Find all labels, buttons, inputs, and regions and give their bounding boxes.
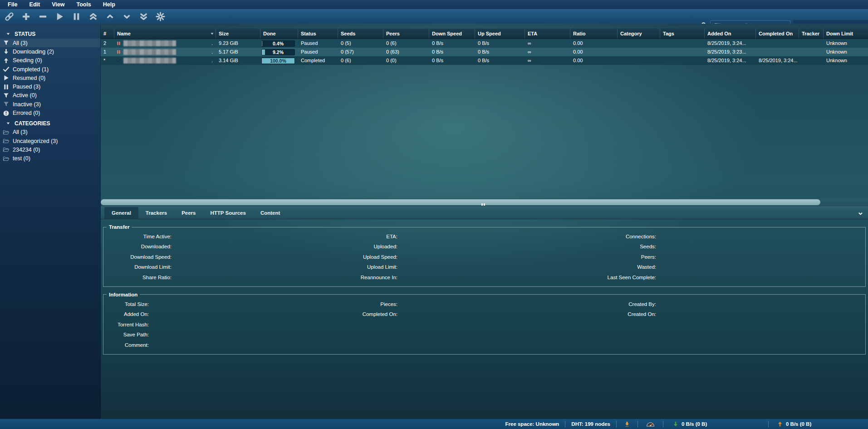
column-header-ratio[interactable]: Ratio bbox=[570, 29, 618, 39]
funnel-icon bbox=[3, 92, 10, 99]
alt-speed-toggle[interactable] bbox=[638, 420, 663, 429]
column-header-status[interactable]: Status bbox=[298, 29, 338, 39]
tab-content[interactable]: Content bbox=[253, 207, 287, 219]
information-field-label bbox=[307, 320, 397, 330]
column-header-down-limit[interactable]: Down Limit bbox=[824, 29, 868, 39]
qbittorrent-webui: FileEditViewToolsHelp Transfers Search S… bbox=[0, 0, 868, 429]
decrease-priority-button[interactable] bbox=[121, 10, 132, 22]
status-item-downloading[interactable]: Downloading (2) bbox=[0, 47, 100, 56]
tab-general[interactable]: General bbox=[104, 207, 138, 219]
information-field-label bbox=[565, 340, 656, 350]
category-item-uncategorized[interactable]: Uncategorized (3) bbox=[0, 137, 100, 145]
status-item-paused[interactable]: Paused (3) bbox=[0, 82, 100, 91]
status-item-seeding[interactable]: Seeding (0) bbox=[0, 56, 100, 65]
transfer-field-value bbox=[397, 242, 565, 251]
category-item-all[interactable]: All (3) bbox=[0, 128, 100, 137]
menu-item-tools[interactable]: Tools bbox=[70, 0, 97, 9]
category-item-test[interactable]: test (0) bbox=[0, 154, 100, 163]
column-header-label: Down Limit bbox=[826, 31, 853, 36]
tab-http-sources[interactable]: HTTP Sources bbox=[203, 207, 253, 219]
cell-size: 9.23 GiB bbox=[216, 39, 260, 48]
chevron-down-icon[interactable] bbox=[858, 211, 863, 217]
transfer-field-value bbox=[397, 252, 565, 262]
column-header-label: Category bbox=[620, 31, 642, 36]
gear-icon bbox=[156, 12, 165, 21]
bottom-priority-button[interactable] bbox=[137, 10, 149, 22]
column-header-peers[interactable]: Peers bbox=[383, 29, 429, 39]
free-space: Free space: Unknown bbox=[499, 421, 565, 427]
column-header-done[interactable]: Done bbox=[260, 29, 298, 39]
global-download-speed[interactable]: 0 B/s (0 B) bbox=[663, 421, 768, 427]
menu-item-help[interactable]: Help bbox=[97, 0, 121, 9]
status-section-header[interactable]: STATUS bbox=[0, 30, 100, 39]
categories-section-header[interactable]: CATEGORIES bbox=[0, 119, 100, 128]
column-header-tracker[interactable]: Tracker bbox=[799, 29, 824, 39]
torrent-row[interactable]: *.3.14 GiB100.0%Completed0 (6)0 (0)0 B/s… bbox=[101, 56, 868, 65]
column-header-tags[interactable]: Tags bbox=[660, 29, 705, 39]
pause-torrent-button[interactable] bbox=[70, 10, 82, 22]
torrent-table-header: #NameSizeDoneStatusSeedsPeersDown SpeedU… bbox=[101, 29, 868, 39]
delete-torrent-button[interactable] bbox=[37, 10, 49, 22]
cell-down-speed: 0 B/s bbox=[429, 48, 475, 56]
transfer-field-value bbox=[397, 272, 565, 282]
resume-torrent-button[interactable] bbox=[54, 10, 65, 22]
torrent-row[interactable]: 2.9.23 GiB0.4%Paused0 (5)0 (6)0 B/s0 B/s… bbox=[101, 39, 868, 48]
tab-peers[interactable]: Peers bbox=[174, 207, 203, 219]
status-item-inactive[interactable]: Inactive (3) bbox=[0, 100, 100, 108]
column-header-down-speed[interactable]: Down Speed bbox=[429, 29, 475, 39]
sidebar-item-label: Paused (3) bbox=[13, 84, 40, 90]
column-header-eta[interactable]: ETA bbox=[525, 29, 570, 39]
folder-icon bbox=[3, 129, 10, 136]
global-upload-speed[interactable]: 0 B/s (0 B) bbox=[769, 421, 829, 427]
progress-bar: 100.0% bbox=[261, 58, 295, 64]
pause-icon bbox=[72, 12, 81, 21]
status-item-all[interactable]: All (3) bbox=[0, 39, 100, 47]
cell-size: 5.17 GiB bbox=[216, 48, 260, 56]
information-field-value bbox=[397, 320, 565, 330]
add-torrent-file-button[interactable] bbox=[20, 10, 32, 22]
column-header-up-speed[interactable]: Up Speed bbox=[475, 29, 525, 39]
splitter-grip[interactable] bbox=[481, 203, 485, 206]
menu-item-view[interactable]: View bbox=[46, 0, 70, 9]
status-item-active[interactable]: Active (0) bbox=[0, 91, 100, 100]
transfer-field-value bbox=[172, 232, 307, 242]
column-header-category[interactable]: Category bbox=[618, 29, 660, 39]
status-item-resumed[interactable]: Resumed (0) bbox=[0, 74, 100, 82]
status-item-errored[interactable]: Errored (0) bbox=[0, 108, 100, 117]
increase-priority-button[interactable] bbox=[104, 10, 116, 22]
cell-ratio: 0.00 bbox=[570, 48, 618, 56]
information-field-label: Completed On: bbox=[307, 309, 397, 319]
column-header-name[interactable]: Name bbox=[114, 29, 216, 39]
column-header-number[interactable]: # bbox=[101, 29, 114, 39]
column-header-seeds[interactable]: Seeds bbox=[338, 29, 383, 39]
progress-text: 9.2% bbox=[262, 49, 294, 55]
column-header-size[interactable]: Size bbox=[216, 29, 260, 39]
transfer-field-value bbox=[172, 242, 307, 251]
menu-item-edit[interactable]: Edit bbox=[24, 0, 46, 9]
cell-category bbox=[618, 39, 660, 48]
torrent-name-cell: . bbox=[114, 39, 216, 48]
cell-down-limit: Unknown bbox=[824, 56, 868, 65]
cell-peers: 0 (6) bbox=[383, 39, 429, 48]
top-priority-button[interactable] bbox=[87, 10, 99, 22]
information-legend: Information bbox=[107, 292, 140, 297]
progress-text: 0.4% bbox=[262, 41, 294, 46]
add-torrent-link-button[interactable] bbox=[3, 10, 15, 22]
transfer-field-value bbox=[172, 262, 307, 272]
status-item-completed[interactable]: Completed (1) bbox=[0, 65, 100, 74]
information-field-label: Created On: bbox=[565, 309, 656, 319]
menu-item-file[interactable]: File bbox=[2, 0, 24, 9]
cell-category bbox=[618, 56, 660, 65]
cell-eta: ∞ bbox=[525, 39, 570, 48]
cell-ratio: 0.00 bbox=[570, 39, 618, 48]
category-item-234234[interactable]: 234234 (0) bbox=[0, 145, 100, 154]
column-header-completed-on[interactable]: Completed On bbox=[756, 29, 799, 39]
chevron-down-icon bbox=[122, 12, 132, 21]
category-list: All (3)Uncategorized (3)234234 (0)test (… bbox=[0, 128, 100, 163]
scrollbar-thumb[interactable] bbox=[101, 199, 820, 205]
torrent-row[interactable]: 1.5.17 GiB9.2%Paused0 (57)0 (63)0 B/s0 B… bbox=[101, 48, 868, 56]
options-button[interactable] bbox=[154, 10, 166, 22]
information-field-value bbox=[656, 340, 865, 350]
tab-trackers[interactable]: Trackers bbox=[138, 207, 174, 219]
column-header-added-on[interactable]: Added On bbox=[705, 29, 756, 39]
